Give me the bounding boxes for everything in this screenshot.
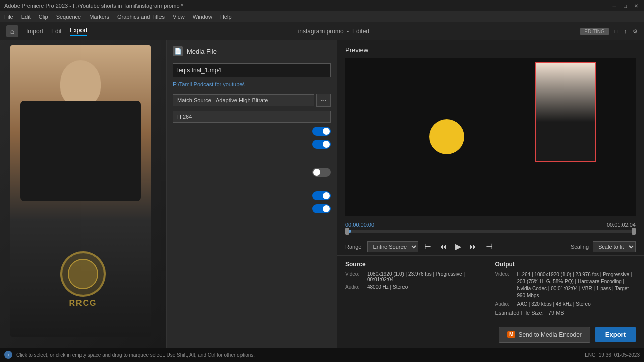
export-header: 📄 Media File [173,46,331,56]
estimated-label: Estimated File Size: [495,310,544,316]
toggle-row-1 [173,127,331,136]
menu-graphics[interactable]: Graphics and Titles [117,14,165,20]
bottom-bar: M Send to Media Encoder Export [337,321,644,348]
source-video-value: 1080x1920 (1.0) | 23.976 fps | Progressi… [367,271,487,282]
output-video-value: H.264 | 1080x1920 (1.0) | 23.976 fps | P… [517,271,636,299]
export-icon: 📄 [173,46,183,56]
home-icon: ⌂ [10,27,14,35]
menu-file[interactable]: File [4,14,13,20]
source-audio-label: Audio: [345,284,365,290]
video-frame [10,45,151,337]
toggle-row-5 [173,204,331,213]
nav-left: ⌂ Import Edit Export [6,25,87,37]
preset-row: Match Source - Adaptive High Bitrate ··· [173,94,331,107]
preset-more-button[interactable]: ··· [316,94,331,107]
project-name: instagram promo [298,28,344,35]
yellow-circle [429,119,464,154]
language-indicator: ENG [585,352,596,358]
menu-sequence[interactable]: Sequence [56,14,82,20]
skip-forward-button[interactable]: ⊣ [484,241,495,252]
toggle-1[interactable] [312,127,331,136]
date: 01-05-2023 [614,352,640,358]
range-label: Range [345,244,361,250]
nav-import[interactable]: Import [26,28,43,35]
estimated-value: 79 MB [548,310,565,316]
play-button[interactable]: ▶ [453,241,463,252]
thumbnail-image [536,63,595,161]
time-end: 00:01:02:04 [607,222,636,228]
editing-badge: EDITING [580,28,609,35]
window-controls: ─ □ ✕ [611,2,640,9]
menu-markers[interactable]: Markers [89,14,109,20]
scaling-dropdown[interactable]: Scale to fit [593,241,636,252]
minimize-button[interactable]: ─ [611,2,618,9]
menu-help[interactable]: Help [220,14,232,20]
scaling-label: Scaling [571,244,589,250]
timeline-handle-left[interactable] [345,228,349,235]
range-dropdown[interactable]: Entire Source [367,241,418,252]
nav-edit[interactable]: Edit [51,28,62,35]
menu-edit[interactable]: Edit [21,14,31,20]
send-btn-label: Send to Media Encoder [518,331,581,338]
taskbar: i Click to select, or click in empty spa… [0,348,644,362]
filename-input[interactable] [173,63,331,77]
output-audio-row: Audio: AAC | 320 kbps | 48 kHz | Stereo [495,301,636,307]
source-video-row: Video: 1080x1920 (1.0) | 23.976 fps | Pr… [345,271,487,282]
output-title: Output [495,261,636,268]
filepath-link[interactable]: F:\Tamil Podcast for youtube\ [173,81,331,87]
nav-export[interactable]: Export [70,27,88,36]
taskbar-right: ENG 19:36 01-05-2023 [585,352,640,358]
toggle-4[interactable] [312,191,331,200]
step-back-button[interactable]: ⏮ [437,241,449,252]
menu-window[interactable]: Window [193,14,212,20]
title-text: Adobe Premiere Pro 2023 - F:\Youtube sho… [4,3,183,9]
info-icon: i [4,351,12,359]
source-audio-row: Audio: 48000 Hz | Stereo [345,284,487,290]
edited-label: Edited [352,28,369,35]
preview-title: Preview [345,46,636,54]
maximize-button[interactable]: □ [622,2,629,9]
output-video-label: Video: [495,271,515,299]
output-audio-value: AAC | 320 kbps | 48 kHz | Stereo [517,301,591,307]
nav-right: EDITING □ ↑ ⚙ [580,28,638,35]
source-audio-value: 48000 Hz | Stereo [367,284,408,290]
format-dropdown[interactable]: H.264 [173,111,331,123]
preview-panel: Preview 00:00:00:00 00:01:02:04 Range [337,40,644,348]
timeline-handle-right[interactable] [632,228,636,235]
toggle-5[interactable] [312,204,331,213]
controls-row: Range Entire Source ⊢ ⏮ ▶ ⏭ ⊣ Scaling Sc… [337,238,644,255]
output-info: Output Video: H.264 | 1080x1920 (1.0) | … [487,261,636,316]
toggle-row-3 [173,168,331,177]
preview-area: Preview [337,40,644,220]
preview-canvas [345,58,636,216]
output-video-row: Video: H.264 | 1080x1920 (1.0) | 23.976 … [495,271,636,299]
share-icon[interactable]: ↑ [624,28,627,34]
source-video-label: Video: [345,271,365,282]
close-button[interactable]: ✕ [633,2,640,9]
toggle-row-4 [173,191,331,200]
toggle-2[interactable] [312,140,331,149]
export-settings-panel: 📄 Media File F:\Tamil Podcast for youtub… [166,40,337,348]
timeline-bar[interactable] [345,230,636,233]
preset-dropdown[interactable]: Match Source - Adaptive High Bitrate [173,94,314,106]
time-row: 00:00:00:00 00:01:02:04 [345,222,636,228]
skip-back-button[interactable]: ⊢ [422,241,433,252]
home-button[interactable]: ⌂ [6,25,18,37]
estimated-size: Estimated File Size: 79 MB [495,310,636,316]
media-encoder-icon: M [507,331,515,338]
output-audio-label: Audio: [495,301,515,307]
step-forward-button[interactable]: ⏭ [467,241,479,252]
menu-view[interactable]: View [173,14,185,20]
export-button[interactable]: Export [595,327,636,342]
video-preview-panel: RRCG [0,40,166,348]
menu-clip[interactable]: Clip [39,14,48,20]
titlebar: Adobe Premiere Pro 2023 - F:\Youtube sho… [0,0,644,11]
toggle-3[interactable] [312,168,331,177]
source-info: Source Video: 1080x1920 (1.0) | 23.976 f… [345,261,487,316]
settings-icon[interactable]: ⚙ [633,28,638,35]
video-preview: RRCG [0,40,166,348]
clock: 19:36 [599,352,611,358]
desktop-icon: □ [615,28,618,34]
time-start: 00:00:00:00 [345,222,374,228]
send-to-encoder-button[interactable]: M Send to Media Encoder [499,327,590,343]
